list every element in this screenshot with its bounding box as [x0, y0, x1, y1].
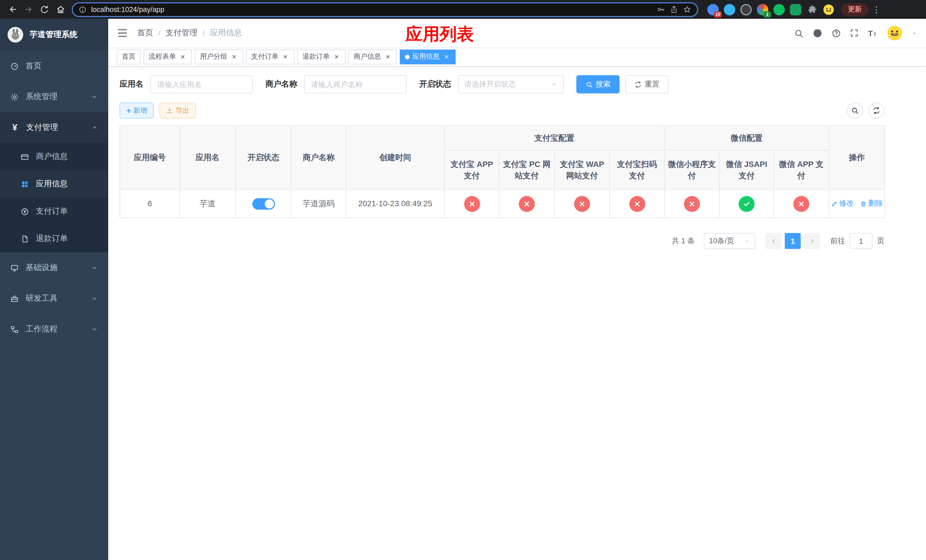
search-button[interactable]: 搜索: [576, 75, 620, 94]
tab-close-icon[interactable]: ×: [230, 53, 238, 61]
breadcrumb-payment[interactable]: 支付管理: [166, 28, 198, 38]
tab-app-info[interactable]: 应用信息×: [400, 49, 455, 64]
breadcrumb-home[interactable]: 首页: [137, 28, 153, 38]
tab-close-icon[interactable]: ×: [179, 53, 187, 61]
tab-close-icon[interactable]: ×: [333, 53, 340, 61]
extensions-area: 10 1: [707, 4, 834, 15]
tab-close-icon[interactable]: ×: [281, 53, 289, 61]
status-select[interactable]: 请选择开启状态: [458, 75, 564, 94]
goto-label: 前往: [830, 236, 845, 246]
breadcrumb-current: 应用信息: [210, 28, 242, 38]
config-status-icon: [464, 196, 480, 212]
back-button[interactable]: [5, 2, 21, 17]
col-header-app-id: 应用编号: [120, 126, 180, 189]
merchant-name-input[interactable]: [304, 75, 407, 94]
reset-button[interactable]: 重置: [625, 75, 669, 94]
config-status-icon: [684, 196, 700, 212]
app-name-input[interactable]: [150, 75, 253, 94]
site-info-icon[interactable]: [79, 5, 86, 14]
extension-icon-3[interactable]: [740, 4, 752, 15]
sidebar-item-pay-order[interactable]: 支付订单: [0, 198, 108, 225]
reload-button[interactable]: [36, 2, 52, 17]
extension-icon-4[interactable]: 1: [757, 4, 768, 15]
sidebar-item-merchant-info[interactable]: 商户信息: [0, 143, 108, 170]
sidebar-item-payment[interactable]: ¥ 支付管理: [0, 112, 108, 143]
search-form: 应用名 商户名称 开启状态 请选择开启状态: [120, 75, 884, 94]
toggle-search-button[interactable]: [847, 103, 863, 118]
goto-page-input[interactable]: [850, 233, 873, 249]
tab-refund-order[interactable]: 退款订单×: [297, 49, 346, 64]
select-caret-icon: [551, 81, 558, 88]
home-button[interactable]: [52, 2, 68, 17]
status-select-placeholder: 请选择开启状态: [464, 79, 516, 89]
extension-icon-5[interactable]: [773, 4, 785, 15]
browser-window: localhost:1024/pay/app 10 1 更新 ⋮: [0, 0, 926, 560]
font-size-icon[interactable]: TT: [867, 28, 878, 38]
extension-icon-6[interactable]: [790, 4, 801, 15]
tab-pay-order[interactable]: 支付订单×: [246, 49, 294, 64]
chevron-down-icon: [91, 326, 98, 333]
cell-wechat-app: [774, 189, 829, 218]
page-size-select[interactable]: 10条/页: [704, 233, 755, 249]
refresh-icon: [634, 80, 642, 88]
update-button[interactable]: 更新: [841, 3, 869, 16]
config-status-icon: [574, 196, 590, 212]
page-content: 应用名 商户名称 开启状态 请选择开启状态: [108, 67, 926, 249]
select-caret-icon: [744, 238, 750, 244]
extensions-puzzle-icon[interactable]: [806, 4, 818, 15]
tab-user-group[interactable]: 用户分组×: [195, 49, 243, 64]
address-bar[interactable]: localhost:1024/pay/app: [72, 2, 698, 17]
share-icon[interactable]: [670, 5, 678, 14]
status-toggle[interactable]: [252, 198, 275, 210]
extension-icon-1[interactable]: 10: [707, 4, 719, 15]
col-header-wechat-jsapi: 微信 JSAPI 支付: [720, 150, 774, 189]
plus-icon: +: [126, 106, 131, 115]
prev-page-button[interactable]: [766, 233, 781, 249]
next-page-button[interactable]: [804, 233, 820, 249]
extension-icon-2[interactable]: [724, 4, 735, 15]
tab-process-form[interactable]: 流程表单×: [144, 49, 192, 64]
app-title: 芋道管理系统: [30, 30, 77, 40]
delete-link[interactable]: 删除: [859, 198, 883, 209]
pagination: 共 1 条 10条/页 1 前往: [120, 233, 884, 249]
page-title: 应用列表: [406, 23, 474, 46]
puzzle-icon: [807, 5, 817, 14]
user-avatar[interactable]: [887, 25, 903, 41]
help-icon[interactable]: [831, 28, 841, 38]
refresh-icon: [873, 106, 881, 115]
payment-submenu: 商户信息 应用信息 支付订单 退款订单: [0, 143, 108, 252]
tab-close-icon[interactable]: ×: [442, 53, 451, 61]
page-number-1[interactable]: 1: [785, 233, 801, 249]
github-icon[interactable]: [812, 28, 823, 38]
back-arrow-icon: [8, 5, 17, 14]
profile-avatar[interactable]: [823, 4, 834, 15]
sidebar-item-infrastructure[interactable]: 基础设施: [0, 252, 108, 283]
credit-card-icon: [21, 152, 29, 161]
export-button[interactable]: 导出: [159, 103, 196, 118]
app-logo[interactable]: 芋道管理系统: [0, 19, 108, 51]
tab-close-icon[interactable]: ×: [384, 53, 392, 61]
header-search-icon[interactable]: [794, 28, 803, 38]
cell-app-name: 芋道: [180, 189, 236, 218]
add-button[interactable]: + 新增: [120, 103, 154, 118]
sidebar-item-app-info[interactable]: 应用信息: [0, 170, 108, 198]
browser-menu-button[interactable]: ⋮: [869, 2, 884, 17]
refresh-table-button[interactable]: [869, 103, 884, 118]
password-key-icon[interactable]: [657, 5, 665, 14]
edit-link[interactable]: 修改: [831, 198, 854, 209]
sidebar-item-system[interactable]: 系统管理: [0, 82, 108, 112]
forward-button[interactable]: [21, 2, 36, 17]
hamburger-icon[interactable]: [117, 27, 128, 39]
url-text[interactable]: localhost:1024/pay/app: [91, 5, 652, 14]
sidebar-item-workflow[interactable]: 工作流程: [0, 314, 108, 345]
avatar-caret-icon[interactable]: [911, 30, 917, 36]
fullscreen-icon[interactable]: [850, 29, 859, 38]
sidebar-item-home[interactable]: 首页: [0, 51, 108, 82]
table-toolbar: + 新增 导出: [120, 103, 884, 118]
sidebar-item-dev-tools[interactable]: 研发工具: [0, 283, 108, 314]
tab-merchant-info[interactable]: 商户信息×: [348, 49, 397, 64]
tab-home[interactable]: 首页: [117, 49, 141, 64]
sidebar-item-refund-order[interactable]: 退款订单: [0, 225, 108, 252]
chevron-down-icon: [91, 94, 98, 100]
bookmark-star-icon[interactable]: [683, 5, 691, 14]
